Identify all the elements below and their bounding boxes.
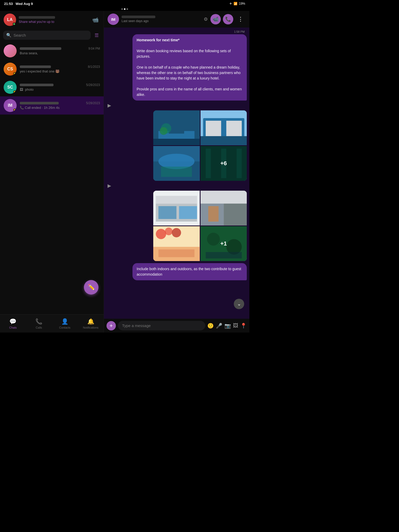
message-time: 1:58 PM [107, 30, 245, 33]
chat-list: 9:04 PM Buna seara, CS 8/1/2023 [0, 42, 104, 314]
hotel-photo-6 [201, 191, 247, 225]
add-attachment-button[interactable]: + [107, 321, 116, 330]
chat-name [20, 65, 51, 68]
search-container: 🔍 ☰ [0, 29, 104, 42]
left-panel: LA Share what you're up to 📹 🔍 ☰ [0, 11, 104, 332]
airplane-icon: ✈ [229, 2, 232, 5]
hotel-photo-5 [153, 191, 200, 225]
chat-item-selected[interactable]: IM 5/28/2023 📞 Call ended · 1h 26m 4s [0, 96, 104, 115]
user-status: Share what you're up to [19, 20, 88, 24]
contact-info: Last seen days ago [122, 16, 200, 23]
contacts-label: Contacts [59, 326, 70, 329]
status-bar: 21:53 Wed Aug 9 ✈ 📶 19% [0, 0, 249, 7]
svg-rect-22 [158, 206, 176, 219]
photo-grid-2[interactable]: +1 [153, 191, 247, 261]
bottom-nav: 💬 Chats 📞 Calls 👤 Contacts 🔔 Notificatio… [0, 314, 104, 332]
svg-point-33 [172, 228, 181, 237]
status-time: 21:53 Wed Aug 9 [4, 2, 33, 6]
extra-photos-count-2: +1 [201, 226, 247, 261]
chat-preview: yes i expected that one 🐻 [20, 69, 100, 73]
more-options-button[interactable]: ⋮ [235, 14, 246, 24]
camera-button[interactable]: 📹 [91, 15, 100, 24]
svg-rect-8 [205, 121, 221, 136]
forward-arrow-1: ▶ [108, 103, 111, 108]
settings-icon[interactable]: ⚙ [204, 16, 208, 22]
compose-button[interactable]: ✏️ [84, 280, 98, 295]
photo-cell: +1 [201, 226, 247, 261]
chat-item[interactable]: SC 5/28/2023 🖼 photo [0, 78, 104, 96]
chat-avatar: SC [4, 81, 17, 94]
chat-name [20, 84, 54, 86]
wifi-icon: 📶 [234, 2, 237, 5]
chat-info: 5/28/2023 🖼 photo [20, 83, 100, 91]
location-icon[interactable]: 📍 [240, 323, 247, 329]
svg-rect-14 [161, 167, 192, 177]
chat-avatar [4, 44, 17, 57]
notifications-icon: 🔔 [87, 318, 94, 325]
photo-grid-1[interactable]: +6 [153, 110, 247, 181]
camera-input-icon[interactable]: 📷 [224, 323, 231, 329]
chat-name [20, 47, 61, 50]
unread-dot [13, 90, 16, 94]
photo-cell [153, 146, 200, 181]
user-info: Share what you're up to [19, 16, 88, 24]
right-panel: IM Last seen days ago ⚙ 📹 📞 ⋮ 1:5 [104, 11, 249, 332]
nav-calls[interactable]: 📞 Calls [26, 315, 52, 332]
chat-preview: 📞 Call ended · 1h 26m 4s [20, 106, 100, 110]
svg-rect-27 [224, 203, 247, 225]
image-icon[interactable]: 🖼 [233, 323, 238, 329]
chat-time: 9:04 PM [88, 47, 100, 50]
microphone-icon[interactable]: 🎤 [216, 323, 222, 329]
hotel-photo-3 [153, 146, 200, 181]
chevron-down-icon: ⌄ [237, 301, 241, 307]
message-bubble-partial: Include both indoors and outdoors, as th… [132, 263, 247, 280]
search-input[interactable] [14, 33, 88, 37]
chat-time: 5/28/2023 [86, 101, 100, 105]
chat-header: IM Last seen days ago ⚙ 📹 📞 ⋮ [104, 11, 249, 28]
photo-cell [153, 226, 200, 261]
chats-label: Chats [9, 326, 17, 329]
voice-call-button[interactable]: 📞 [223, 14, 233, 24]
message-bubble: Homework for next time* Write down booki… [132, 34, 247, 101]
svg-rect-10 [201, 136, 247, 145]
svg-point-32 [165, 228, 173, 235]
emoji-icon[interactable]: 🙂 [207, 323, 214, 329]
chat-preview: 🖼 photo [20, 88, 100, 91]
user-avatar[interactable]: LA [4, 14, 16, 26]
scroll-down-button[interactable]: ⌄ [234, 299, 244, 309]
svg-rect-35 [158, 249, 195, 257]
chat-item[interactable]: CS 8/1/2023 yes i expected that one 🐻 [0, 60, 104, 78]
chat-preview: Buna seara, [20, 51, 100, 55]
battery-icon: 19% [239, 2, 245, 5]
message-input-bar: + 🙂 🎤 📷 🖼 📍 [104, 319, 249, 332]
contact-avatar[interactable]: IM [108, 14, 119, 25]
svg-rect-28 [201, 191, 247, 204]
chat-name [20, 102, 59, 104]
user-name-bar [19, 16, 55, 19]
status-icons: ✈ 📶 19% [229, 2, 245, 5]
video-call-button[interactable]: 📹 [210, 14, 221, 24]
unread-dot [13, 109, 16, 112]
online-indicator [13, 23, 16, 25]
left-header: LA Share what you're up to 📹 [0, 11, 104, 29]
message-list: 1:58 PM Homework for next time* Write do… [104, 28, 249, 319]
chat-info: 8/1/2023 yes i expected that one 🐻 [20, 65, 100, 73]
nav-notifications[interactable]: 🔔 Notifications [78, 315, 104, 332]
chat-time: 8/1/2023 [88, 65, 100, 69]
nav-contacts[interactable]: 👤 Contacts [52, 315, 78, 332]
svg-rect-9 [226, 121, 242, 136]
chat-item[interactable]: 9:04 PM Buna seara, [0, 42, 104, 60]
chat-avatar: CS [4, 63, 17, 76]
search-box[interactable]: 🔍 [3, 31, 91, 40]
filter-icon[interactable]: ☰ [93, 31, 101, 39]
forward-arrow-2: ▶ [108, 183, 111, 189]
svg-rect-5 [153, 139, 200, 145]
chat-info: 5/28/2023 📞 Call ended · 1h 26m 4s [20, 101, 100, 110]
svg-rect-23 [179, 206, 197, 219]
svg-rect-29 [208, 206, 218, 222]
nav-chats[interactable]: 💬 Chats [0, 315, 26, 332]
photo-cell [153, 110, 200, 145]
notifications-label: Notifications [83, 326, 98, 329]
message-input[interactable] [118, 321, 205, 330]
photo-cell [201, 191, 247, 225]
